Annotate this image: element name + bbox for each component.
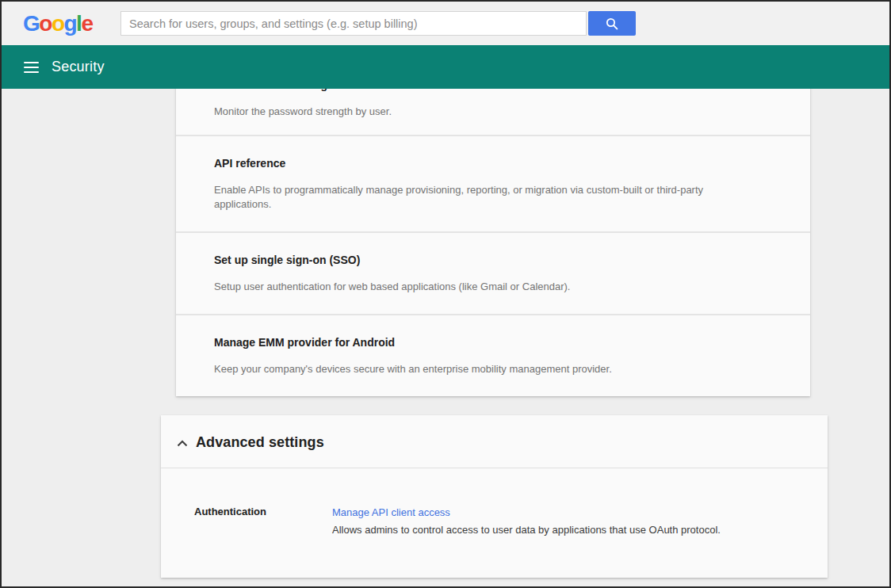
topbar: Google xyxy=(2,2,889,45)
security-settings-card: Password monitoring Monitor the password… xyxy=(176,75,810,396)
logo-letter: e xyxy=(81,11,92,36)
section-title: Set up single sign-on (SSO) xyxy=(214,252,772,268)
authentication-description: Allows admins to control access to user … xyxy=(332,523,804,537)
page-title: Security xyxy=(52,59,105,75)
advanced-settings-title: Advanced settings xyxy=(196,434,324,451)
section-description: Enable APIs to programmatically manage p… xyxy=(214,183,721,212)
google-logo[interactable]: Google xyxy=(23,11,92,36)
section-title: API reference xyxy=(214,155,772,171)
section-description: Monitor the password strength by user. xyxy=(214,105,721,119)
appbar: Security xyxy=(2,45,889,89)
settings-section-api-reference[interactable]: API reference Enable APIs to programmati… xyxy=(176,136,810,231)
advanced-settings-header[interactable]: Advanced settings xyxy=(161,415,828,468)
authentication-row: Authentication Manage API client access … xyxy=(161,468,828,537)
section-description: Setup user authentication for web based … xyxy=(214,280,721,294)
authentication-label: Authentication xyxy=(194,505,332,537)
logo-letter: o xyxy=(52,11,64,36)
manage-api-client-access-link[interactable]: Manage API client access xyxy=(332,506,450,518)
section-title: Manage EMM provider for Android xyxy=(214,334,772,350)
search-icon xyxy=(605,17,619,31)
admin-console-window: Password monitoring Monitor the password… xyxy=(0,0,891,588)
advanced-settings-card: Advanced settings Authentication Manage … xyxy=(161,415,828,578)
search-button[interactable] xyxy=(588,11,636,36)
logo-letter: G xyxy=(23,11,39,36)
search-input[interactable] xyxy=(120,11,587,36)
section-description: Keep your company's devices secure with … xyxy=(214,362,721,376)
hamburger-menu-icon[interactable] xyxy=(24,62,39,73)
chevron-up-icon xyxy=(177,440,188,447)
authentication-content: Manage API client access Allows admins t… xyxy=(332,505,804,537)
settings-section-emm-provider[interactable]: Manage EMM provider for Android Keep you… xyxy=(176,315,810,396)
logo-letter: g xyxy=(64,11,77,36)
logo-letter: o xyxy=(39,11,52,36)
settings-section-single-sign-on[interactable]: Set up single sign-on (SSO) Setup user a… xyxy=(176,233,810,314)
